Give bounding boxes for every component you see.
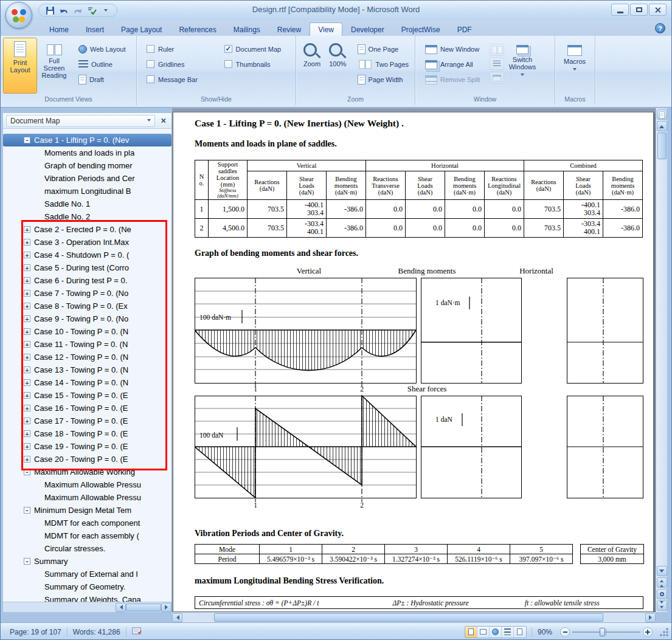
- view-side-by-side-button[interactable]: [490, 44, 504, 56]
- tree-expander-icon[interactable]: [24, 418, 30, 424]
- page-indicator[interactable]: Page: 19 of 107: [4, 628, 67, 636]
- docmap-item[interactable]: Case 17 - Towing P = 0. (E: [3, 415, 171, 427]
- view-web-layout-button[interactable]: [490, 627, 502, 638]
- tree-expander-icon[interactable]: [24, 456, 30, 463]
- ruler-toggle-button[interactable]: [657, 109, 667, 120]
- outline-button[interactable]: Outline: [75, 58, 130, 71]
- scroll-left-button[interactable]: [172, 613, 182, 622]
- docmap-item[interactable]: Case 8 - Towing P = 0. (Ex: [3, 300, 171, 312]
- docmap-close-button[interactable]: [158, 115, 168, 126]
- docmap-item[interactable]: Case 13 - Towing P = 0. (N: [3, 363, 171, 376]
- tree-expander-icon[interactable]: [24, 392, 30, 399]
- zoom-100-button[interactable]: 100%: [325, 38, 350, 94]
- ribbon-tab[interactable]: Insert: [77, 22, 113, 36]
- docmap-scroll-thumb[interactable]: [126, 604, 161, 611]
- docmap-item[interactable]: Saddle No. 1: [3, 198, 171, 210]
- docmap-item[interactable]: maximum Longitudinal B: [3, 185, 171, 198]
- vertical-scroll-thumb[interactable]: [657, 132, 667, 159]
- docmap-item[interactable]: Summary of Weights, Capa: [3, 593, 171, 602]
- docmap-item[interactable]: Maximum Allowable Pressu: [3, 491, 171, 504]
- tree-expander-icon[interactable]: [24, 290, 30, 297]
- tree-expander-icon[interactable]: [24, 379, 30, 386]
- tree-expander-icon[interactable]: [24, 226, 30, 233]
- tree-expander-icon[interactable]: [24, 252, 30, 258]
- tree-expander-icon[interactable]: [24, 239, 30, 246]
- tree-expander-icon[interactable]: [24, 366, 30, 373]
- docmap-item[interactable]: Case 18 - Towing P = 0. (E: [3, 427, 171, 440]
- docmap-item[interactable]: Case 4 - Shutdown P = 0. (: [3, 249, 171, 261]
- docmap-item[interactable]: Saddle No. 2: [3, 210, 171, 223]
- tree-expander-icon[interactable]: [24, 264, 30, 271]
- docmap-item[interactable]: Case 6 - During test P = 0.: [3, 274, 171, 287]
- minimize-button[interactable]: [611, 4, 629, 16]
- tree-expander-icon[interactable]: [24, 341, 30, 348]
- zoom-in-button[interactable]: [643, 627, 653, 637]
- previous-page-button[interactable]: [657, 577, 667, 588]
- print-layout-button[interactable]: Print Layout: [3, 38, 37, 94]
- docmap-item[interactable]: Vibration Periods and Cer: [3, 172, 171, 185]
- show-hide-checkbox[interactable]: Message Bar: [147, 75, 206, 83]
- docmap-item[interactable]: Maximum Allowable Working: [3, 466, 171, 478]
- docmap-item[interactable]: Case 2 - Erected P = 0. (Ne: [3, 223, 171, 236]
- horizontal-scroll-thumb[interactable]: [214, 613, 603, 622]
- zoom-button[interactable]: Zoom: [299, 38, 325, 94]
- docmap-item[interactable]: Case 11 - Towing P = 0. (N: [3, 338, 171, 351]
- zoom-level-label[interactable]: 90%: [532, 628, 558, 636]
- docmap-item[interactable]: Case 19 - Towing P = 0. (E: [3, 440, 171, 453]
- docmap-item[interactable]: Case 3 - Operation Int.Max: [3, 236, 171, 249]
- scroll-right-button[interactable]: [645, 613, 656, 622]
- ribbon-tab[interactable]: View: [310, 22, 342, 36]
- tree-expander-icon[interactable]: [24, 303, 30, 309]
- docmap-item[interactable]: Case 1 - Lifting P = 0. (Nev: [3, 134, 171, 146]
- resize-grip[interactable]: [660, 627, 669, 636]
- horizontal-scrollbar[interactable]: [172, 612, 656, 622]
- remove-split-button[interactable]: Remove Split: [421, 73, 486, 86]
- maximize-button[interactable]: [630, 4, 648, 16]
- zoom-out-button[interactable]: [560, 627, 570, 637]
- two-pages-button[interactable]: Two Pages: [354, 58, 412, 71]
- docmap-item[interactable]: Case 7 - Towing P = 0. (No: [3, 287, 171, 300]
- word-count[interactable]: Words: 41,286: [68, 628, 126, 636]
- macros-button[interactable]: Macros: [558, 38, 592, 94]
- arrange-all-button[interactable]: Arrange All: [421, 58, 486, 71]
- docmap-horizontal-scrollbar[interactable]: [3, 602, 171, 612]
- docmap-item[interactable]: Summary of External and I: [3, 568, 171, 580]
- draft-button[interactable]: Draft: [75, 73, 130, 86]
- web-layout-button[interactable]: Web Layout: [75, 43, 130, 56]
- new-window-button[interactable]: New Window: [421, 43, 486, 56]
- scroll-down-button[interactable]: [657, 566, 667, 576]
- ribbon-tab[interactable]: Developer: [342, 22, 393, 36]
- tree-expander-icon[interactable]: [24, 315, 30, 322]
- zoom-slider-track[interactable]: [572, 631, 640, 633]
- tree-expander-icon[interactable]: [24, 137, 30, 143]
- tree-expander-icon[interactable]: [24, 405, 30, 411]
- switch-windows-button[interactable]: Switch Windows: [504, 38, 541, 94]
- synchronous-scrolling-button[interactable]: [490, 58, 504, 70]
- docmap-title-dropdown[interactable]: Document Map: [6, 115, 155, 127]
- docmap-item[interactable]: MDMT for each component: [3, 517, 171, 529]
- ribbon-tab[interactable]: Page Layout: [113, 22, 170, 36]
- ribbon-tab[interactable]: References: [170, 22, 224, 36]
- tree-expander-icon[interactable]: [24, 430, 30, 437]
- docmap-item[interactable]: MDMT for each assembly (: [3, 529, 171, 542]
- docmap-item[interactable]: Case 15 - Towing P = 0. (E: [3, 389, 171, 402]
- view-print-layout-button[interactable]: [465, 627, 477, 638]
- ribbon-tab[interactable]: Mailings: [225, 22, 269, 36]
- docmap-item[interactable]: Case 10 - Towing P = 0. (N: [3, 325, 171, 338]
- zoom-slider[interactable]: [572, 627, 640, 637]
- docmap-item[interactable]: Case 16 - Towing P = 0. (E: [3, 402, 171, 415]
- docmap-item[interactable]: Case 12 - Towing P = 0. (N: [3, 351, 171, 363]
- office-button[interactable]: [5, 2, 32, 29]
- ribbon-tab[interactable]: PDF: [449, 22, 480, 36]
- zoom-slider-thumb[interactable]: [600, 628, 605, 636]
- docmap-item[interactable]: Summary: [3, 555, 171, 568]
- close-button[interactable]: [649, 4, 667, 16]
- view-draft-button[interactable]: [514, 627, 526, 638]
- docmap-item[interactable]: Minimum Design Metal Tem: [3, 504, 171, 517]
- docmap-item[interactable]: Graph of bending momer: [3, 159, 171, 172]
- show-hide-checkbox[interactable]: Gridlines: [147, 60, 206, 68]
- reset-window-position-button[interactable]: [490, 72, 504, 84]
- docmap-item[interactable]: Case 5 - During test (Corro: [3, 261, 171, 274]
- docmap-scroll-right-button[interactable]: [161, 603, 171, 612]
- proofing-status-icon[interactable]: [126, 627, 147, 637]
